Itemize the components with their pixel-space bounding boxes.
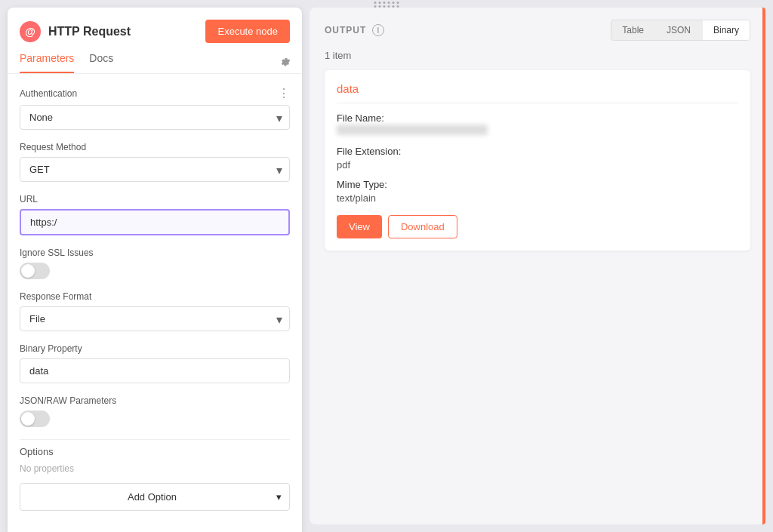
at-symbol: @ [25, 26, 35, 38]
options-group: Options No properties Add Option ▾ [20, 446, 290, 511]
item-count: 1 item [310, 50, 765, 70]
url-input[interactable] [20, 209, 290, 235]
binary-property-label: Binary Property [20, 343, 290, 354]
request-method-group: Request Method GET POST PUT DELETE PATCH… [20, 142, 290, 182]
execute-button[interactable]: Execute node [205, 20, 290, 43]
authentication-select[interactable]: None Basic Auth OAuth2 API Key [20, 105, 290, 130]
mime-type-row: Mime Type: text/plain [337, 177, 738, 204]
add-option-button[interactable]: Add Option ▾ [20, 483, 290, 511]
card-actions: View Download [337, 215, 738, 238]
output-label: OUTPUT [325, 25, 366, 35]
request-method-select-wrapper: GET POST PUT DELETE PATCH ▾ [20, 157, 290, 182]
file-extension-value: pdf [337, 159, 350, 171]
mime-type-key: Mime Type: [337, 179, 387, 190]
tabs-bar: Parameters Docs [8, 43, 302, 74]
view-tab-json[interactable]: JSON [656, 20, 701, 40]
json-raw-params-toggle[interactable] [20, 411, 50, 427]
response-format-select-wrapper: File JSON Text Binary ▾ [20, 306, 290, 331]
panel-header: @ HTTP Request Execute node [8, 8, 302, 43]
json-raw-params-label: JSON/RAW Parameters [20, 395, 290, 406]
data-card: data File Name: File Extension: pdf Mime… [325, 70, 750, 251]
left-panel: @ HTTP Request Execute node Parameters D… [8, 8, 302, 532]
binary-property-input[interactable] [20, 358, 290, 383]
ignore-ssl-toggle-group [20, 263, 290, 279]
json-raw-params-toggle-group [20, 411, 290, 427]
panel-title: @ HTTP Request [20, 21, 131, 42]
ignore-ssl-label: Ignore SSL Issues [20, 248, 290, 258]
file-name-key: File Name: [337, 112, 384, 124]
response-format-label: Response Format [20, 291, 290, 302]
authentication-select-wrapper: None Basic Auth OAuth2 API Key ▾ [20, 105, 290, 130]
options-divider [20, 439, 290, 440]
file-name-row: File Name: [337, 111, 738, 138]
add-option-chevron: ▾ [276, 491, 282, 503]
request-method-select[interactable]: GET POST PUT DELETE PATCH [20, 157, 290, 182]
json-raw-params-group: JSON/RAW Parameters [20, 395, 290, 427]
output-info-icon[interactable]: i [372, 24, 384, 36]
file-name-value [337, 125, 488, 135]
view-tab-table[interactable]: Table [611, 20, 654, 40]
options-label: Options [20, 446, 290, 457]
output-title-group: OUTPUT i [325, 24, 384, 36]
authentication-group: Authentication ⋮ None Basic Auth OAuth2 … [20, 86, 290, 130]
file-extension-row: File Extension: pdf [337, 144, 738, 171]
no-properties-text: No properties [20, 463, 290, 474]
output-header: OUTPUT i Table JSON Binary [310, 8, 765, 50]
ignore-ssl-toggle[interactable] [20, 263, 50, 279]
binary-property-group: Binary Property [20, 343, 290, 383]
tab-parameters[interactable]: Parameters [20, 52, 74, 73]
right-panel: OUTPUT i Table JSON Binary 1 item data F… [310, 8, 765, 524]
file-extension-key: File Extension: [337, 146, 401, 157]
at-icon: @ [20, 21, 41, 42]
tab-docs[interactable]: Docs [89, 52, 113, 73]
data-card-title: data [337, 82, 738, 103]
right-edge-accent [762, 8, 765, 524]
view-tabs-group: Table JSON Binary [611, 20, 750, 41]
mime-type-value: text/plain [337, 192, 376, 204]
request-method-label: Request Method [20, 142, 290, 152]
authentication-label: Authentication ⋮ [20, 86, 290, 100]
ignore-ssl-group: Ignore SSL Issues [20, 248, 290, 279]
add-option-label: Add Option [28, 491, 276, 503]
url-group: URL [20, 194, 290, 235]
download-button[interactable]: Download [388, 215, 457, 238]
panel-body: Authentication ⋮ None Basic Auth OAuth2 … [8, 74, 302, 532]
response-format-group: Response Format File JSON Text Binary ▾ [20, 291, 290, 331]
view-button[interactable]: View [337, 215, 382, 238]
panel-title-text: HTTP Request [48, 25, 131, 38]
tab-settings-icon[interactable] [278, 52, 290, 73]
authentication-menu-icon[interactable]: ⋮ [278, 86, 290, 100]
response-format-select[interactable]: File JSON Text Binary [20, 306, 290, 331]
view-tab-binary[interactable]: Binary [703, 20, 750, 40]
url-label: URL [20, 194, 290, 204]
